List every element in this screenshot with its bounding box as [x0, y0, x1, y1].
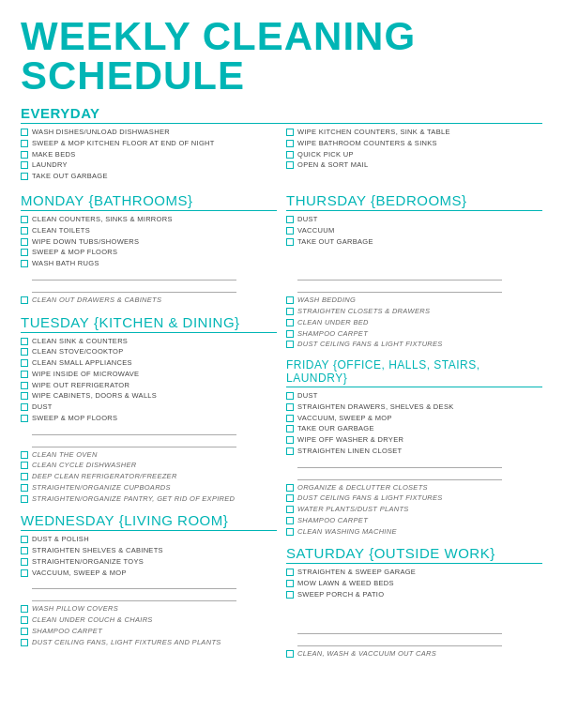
- list-item-text: WATER PLANTS/DUST PLANTS: [297, 505, 409, 514]
- checkbox[interactable]: [286, 569, 294, 576]
- checkbox[interactable]: [286, 341, 294, 348]
- checkbox[interactable]: [21, 348, 28, 356]
- everyday-title: EVERYDAY: [21, 105, 542, 124]
- checkbox[interactable]: [286, 506, 294, 513]
- checkbox[interactable]: [21, 227, 28, 235]
- checkbox[interactable]: [286, 484, 294, 492]
- wednesday-blank2: [32, 592, 236, 601]
- checkbox[interactable]: [286, 308, 294, 315]
- checkbox[interactable]: [286, 151, 294, 159]
- list-item-text: QUICK PICK UP: [297, 150, 354, 159]
- checkbox[interactable]: [21, 392, 28, 400]
- tuesday-title: TUESDAY {KITCHEN & DINING}: [21, 314, 277, 333]
- checkbox[interactable]: [21, 338, 28, 345]
- checkbox[interactable]: [21, 238, 28, 246]
- list-item-text: STRAIGHTEN CLOSETS & DRAWERS: [297, 307, 430, 316]
- checkbox[interactable]: [286, 580, 294, 587]
- list-item-text: WASH BEDDING: [297, 296, 356, 305]
- thursday-title: THURSDAY {BEDROOMS}: [286, 192, 542, 211]
- saturday-section: SATURDAY {OUTSIDE WORK} STRAIGHTEN & SWE…: [286, 545, 542, 658]
- checkbox[interactable]: [286, 330, 294, 338]
- list-item-text: WIPE CABINETS, DOORS & WALLS: [32, 391, 157, 401]
- list-item-text: VACCUUM: [297, 226, 334, 235]
- checkbox[interactable]: [21, 462, 28, 469]
- checkbox[interactable]: [21, 547, 28, 554]
- checkbox[interactable]: [286, 517, 294, 524]
- list-item-text: STRAIGHTEN/ORGANIZE PANTRY, GET RID OF E…: [32, 494, 235, 504]
- list-item-text: SHAMPOO CARPET: [297, 329, 368, 339]
- checkbox[interactable]: [21, 371, 28, 378]
- list-item-text: DUST: [297, 215, 318, 224]
- checkbox[interactable]: [21, 536, 28, 543]
- list-item-text: STRAIGHTEN DRAWERS, SHELVES & DESK: [297, 402, 453, 412]
- list-item-text: VACCUUM, SWEEP & MOP: [32, 569, 127, 578]
- checkbox[interactable]: [21, 151, 28, 159]
- checkbox[interactable]: [21, 495, 28, 503]
- checkbox[interactable]: [21, 140, 28, 147]
- checkbox[interactable]: [286, 129, 294, 136]
- checkbox[interactable]: [21, 605, 28, 613]
- checkbox[interactable]: [21, 260, 28, 267]
- list-item-text: SHAMPOO CARPET: [32, 627, 102, 636]
- tuesday-section: TUESDAY {KITCHEN & DINING} CLEAN SINK & …: [21, 314, 277, 504]
- checkbox[interactable]: [21, 484, 28, 492]
- list-item-text: DUST: [32, 402, 53, 412]
- checkbox[interactable]: [286, 447, 294, 455]
- checkbox[interactable]: [286, 425, 294, 432]
- checkbox[interactable]: [21, 569, 28, 577]
- checkbox[interactable]: [286, 238, 294, 246]
- checkbox[interactable]: [286, 650, 294, 658]
- checkbox[interactable]: [286, 392, 294, 400]
- checkbox[interactable]: [21, 216, 28, 223]
- checkbox[interactable]: [21, 173, 28, 180]
- checkbox[interactable]: [21, 161, 28, 169]
- tuesday-blank2: [32, 438, 236, 447]
- checkbox[interactable]: [286, 403, 294, 411]
- list-item-text: CLEAN TOILETS: [32, 226, 90, 235]
- tuesday-blank1: [32, 426, 236, 435]
- monday-title: MONDAY {BATHROOMS}: [21, 192, 277, 211]
- wednesday-blank1: [32, 580, 236, 589]
- checkbox[interactable]: [21, 639, 28, 646]
- checkbox[interactable]: [21, 382, 28, 389]
- list-item-text: STRAIGHTEN/ORGANIZE TOYS: [32, 557, 144, 567]
- checkbox[interactable]: [286, 216, 294, 223]
- checkbox[interactable]: [286, 436, 294, 444]
- checkbox[interactable]: [21, 616, 28, 624]
- page-title: WEEKLY CLEANING SCHEDULE: [21, 17, 542, 96]
- monday-blank2: [32, 283, 236, 293]
- checkbox[interactable]: [21, 129, 28, 136]
- list-item-text: WASH DISHES/UNLOAD DISHWASHER: [32, 128, 170, 137]
- checkbox[interactable]: [21, 359, 28, 367]
- checkbox[interactable]: [286, 528, 294, 536]
- checkbox[interactable]: [286, 227, 294, 235]
- checkbox[interactable]: [21, 558, 28, 566]
- checkbox[interactable]: [21, 628, 28, 635]
- checkbox[interactable]: [286, 161, 294, 169]
- list-item-text: SWEEP & MOP KITCHEN FLOOR AT END OF NIGH…: [32, 139, 215, 148]
- wednesday-title: WEDNESDAY {LIVING ROOM}: [21, 512, 277, 531]
- list-item-text: TAKE OUT GARBAGE: [32, 172, 108, 181]
- wednesday-section: WEDNESDAY {LIVING ROOM} DUST & POLISHSTR…: [21, 512, 277, 646]
- checkbox[interactable]: [21, 415, 28, 422]
- checkbox[interactable]: [21, 249, 28, 256]
- monday-section: MONDAY {BATHROOMS} CLEAN COUNTERS, SINKS…: [21, 192, 277, 305]
- checkbox[interactable]: [286, 296, 294, 304]
- list-item-text: WIPE INSIDE OF MICROWAVE: [32, 370, 139, 379]
- list-item-text: STRAIGHTEN LINEN CLOSET: [297, 447, 403, 456]
- list-item-text: TAKE OUR GARBAGE: [297, 424, 374, 433]
- checkbox[interactable]: [21, 403, 28, 411]
- list-item-text: SHAMPOO CARPET: [297, 516, 368, 525]
- thursday-blank2: [297, 283, 502, 293]
- checkbox[interactable]: [286, 140, 294, 147]
- checkbox[interactable]: [286, 494, 294, 502]
- checkbox[interactable]: [286, 591, 294, 599]
- checkbox[interactable]: [286, 319, 294, 326]
- checkbox[interactable]: [21, 473, 28, 480]
- list-item-text: CLEAN COUNTERS, SINKS & MIRRORS: [32, 215, 173, 224]
- checkbox[interactable]: [21, 451, 28, 459]
- friday-blank1: [297, 459, 502, 468]
- checkbox[interactable]: [21, 296, 28, 304]
- checkbox[interactable]: [286, 415, 294, 422]
- list-item-text: WIPE BATHROOM COUNTERS & SINKS: [297, 139, 437, 148]
